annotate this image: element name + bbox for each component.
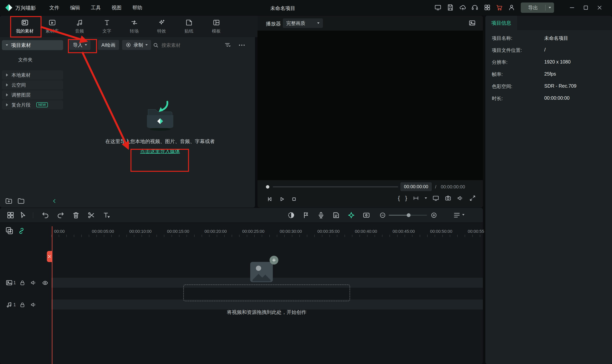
previous-frame-icon[interactable] [266, 195, 273, 203]
seek-track[interactable] [273, 186, 398, 187]
tab-my-media[interactable]: 我的素材 [11, 16, 39, 37]
hide-track-icon[interactable] [42, 279, 49, 286]
delete-icon[interactable] [72, 211, 80, 219]
menu-edit[interactable]: 编辑 [65, 0, 85, 15]
tab-stickers[interactable]: 贴纸 [175, 16, 203, 37]
new-badge: NEW [36, 102, 48, 107]
add-text-icon[interactable] [102, 211, 111, 219]
redo-icon[interactable] [56, 211, 65, 219]
zoom-out-icon[interactable] [379, 212, 386, 219]
select-tool-icon[interactable] [19, 211, 27, 219]
mark-in-icon[interactable]: { [398, 195, 400, 201]
record-button[interactable]: 录制 [122, 40, 151, 50]
tab-text[interactable]: 文字 [93, 16, 120, 37]
project-info-panel: 项目信息 项目名称: 未命名项目 项目文件位置: / 分辨率: 1920 x 1… [485, 16, 612, 364]
voiceover-mic-icon[interactable] [317, 211, 325, 219]
fullscreen-icon[interactable] [469, 195, 476, 202]
search-input[interactable] [161, 40, 215, 50]
chevron-down-icon[interactable] [425, 197, 427, 199]
export-dropdown-icon[interactable] [546, 7, 554, 8]
display-mode-icon[interactable] [434, 4, 442, 11]
export-button[interactable]: 导出 [521, 2, 554, 13]
more-options-icon[interactable] [238, 43, 245, 47]
track-manager-icon[interactable] [6, 211, 15, 219]
split-scissors-icon[interactable] [87, 211, 95, 219]
menu-view[interactable]: 视图 [106, 0, 127, 15]
save-icon[interactable] [447, 4, 454, 11]
delete-folder-icon[interactable] [17, 197, 25, 205]
add-to-timeline-icon[interactable] [5, 226, 14, 235]
import-empty-state: 在这里导入您本地的视频、图片、音频、字幕或者 点击这里导入媒体 [65, 98, 255, 155]
aspect-icon[interactable] [468, 19, 476, 27]
undo-icon[interactable] [41, 211, 50, 219]
sidebar-item-label: 调整图层 [12, 92, 31, 98]
volume-icon[interactable] [457, 195, 464, 202]
preview-right-controls: { } [398, 195, 476, 202]
zoom-in-icon[interactable] [430, 212, 437, 219]
cloud-upload-icon[interactable] [459, 4, 466, 11]
sidebar-item-cloud-space[interactable]: 云空间 [2, 80, 63, 90]
track-height-icon[interactable] [453, 211, 461, 219]
account-icon[interactable] [508, 4, 515, 11]
zoom-slider-knob[interactable] [407, 213, 411, 217]
playhead-split-handle[interactable] [47, 251, 52, 262]
menu-help[interactable]: 帮助 [127, 0, 147, 15]
close-icon[interactable] [595, 3, 604, 12]
marker-icon[interactable] [302, 211, 310, 219]
lock-track-icon[interactable] [19, 301, 26, 308]
ruler-ticks [51, 235, 483, 237]
info-row: 分辨率: 1920 x 1080 [492, 59, 609, 65]
menu-file[interactable]: 文件 [44, 0, 64, 15]
playhead[interactable] [52, 226, 52, 364]
tab-templates[interactable]: 模板 [203, 16, 230, 37]
sidebar-item-adjustment-layer[interactable]: 调整图层 [2, 90, 63, 100]
ruler-label: 00:00:30:00 [280, 229, 302, 234]
chevron-down-icon[interactable] [462, 214, 465, 216]
menu-tools[interactable]: 工具 [86, 0, 106, 15]
import-button[interactable]: 导入 [69, 40, 91, 50]
minimize-icon[interactable] [568, 3, 576, 12]
collapse-sidebar-icon[interactable] [51, 198, 58, 204]
ruler-label: 00:00:20:00 [205, 229, 227, 234]
sidebar-item-folder[interactable]: 文件夹 [18, 57, 33, 63]
sidebar-item-compound-clip[interactable]: 复合片段 NEW [2, 100, 63, 109]
sidebar-item-project-media[interactable]: 项目素材 [2, 40, 63, 50]
support-headset-icon[interactable] [471, 4, 479, 11]
quality-dropdown[interactable]: 完整画质 [283, 18, 323, 28]
tab-project-info[interactable]: 项目信息 [485, 16, 517, 30]
tab-label: 音频 [75, 28, 84, 34]
play-icon[interactable] [278, 195, 286, 203]
tab-stock-media[interactable]: 素材库 [39, 16, 66, 37]
preview-viewport[interactable] [258, 31, 483, 180]
tab-transitions[interactable]: 转场 [120, 16, 148, 37]
smart-spark-icon[interactable] [347, 211, 355, 219]
timeline-drop-zone[interactable] [183, 285, 350, 301]
tab-audio[interactable]: 音频 [66, 16, 93, 37]
ruler-label: 00:00:45:00 [392, 229, 415, 234]
add-media-badge-icon[interactable] [270, 256, 278, 264]
tab-effects[interactable]: 特效 [148, 16, 175, 37]
snapshot-icon[interactable] [445, 195, 452, 202]
subtitle-icon[interactable] [332, 211, 340, 219]
sidebar-item-local-media[interactable]: 本地素材 [2, 70, 63, 79]
render-preview-icon[interactable] [287, 211, 295, 219]
mute-track-icon[interactable] [30, 301, 37, 308]
audio-track-number: 1 [13, 302, 16, 307]
import-media-link[interactable]: 点击这里导入媒体 [65, 148, 255, 155]
trim-range-icon[interactable] [413, 195, 419, 202]
mark-out-icon[interactable]: } [405, 195, 407, 201]
cart-icon[interactable] [496, 4, 503, 11]
new-folder-icon[interactable] [5, 197, 13, 205]
seek-handle[interactable] [266, 185, 269, 189]
lock-track-icon[interactable] [19, 279, 26, 286]
mute-track-icon[interactable] [30, 279, 37, 286]
link-clips-icon[interactable] [17, 227, 26, 235]
stop-icon[interactable] [290, 195, 298, 203]
chevron-down-icon [317, 22, 319, 24]
filter-icon[interactable] [224, 42, 231, 49]
ai-paint-button[interactable]: AI绘画 [98, 40, 119, 50]
apps-grid-icon[interactable] [484, 4, 491, 11]
maximize-icon[interactable] [582, 3, 590, 12]
keyframe-icon[interactable] [362, 211, 371, 219]
second-screen-icon[interactable] [432, 195, 439, 202]
